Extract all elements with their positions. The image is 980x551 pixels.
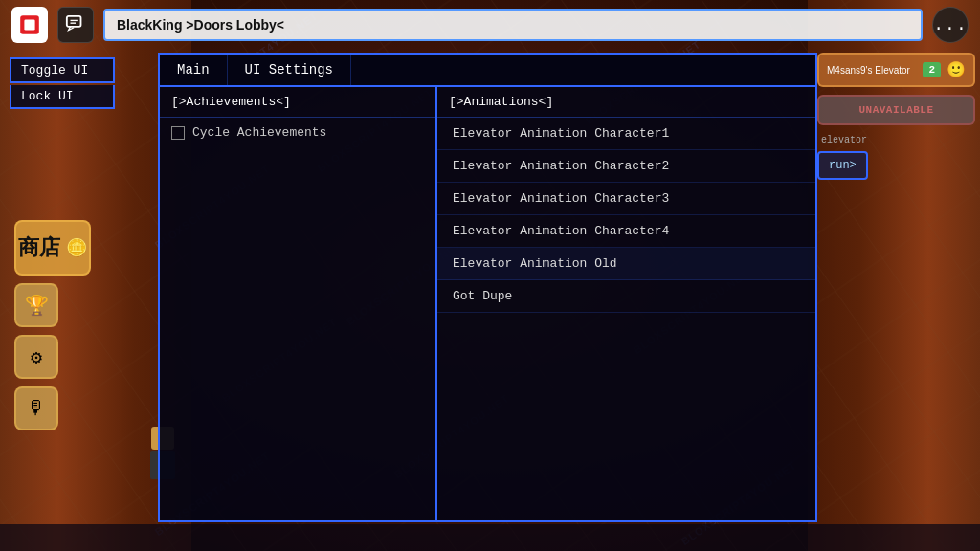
animation-item-char2[interactable]: Elevator Animation Character2 — [437, 150, 815, 183]
animation-item-old[interactable]: Elevator Animation Old — [437, 248, 815, 280]
elevator-card-title: M4sans9's Elevator — [827, 65, 917, 76]
tab-ui-settings[interactable]: UI Settings — [228, 55, 351, 85]
left-controls-panel: Toggle UI Lock UI — [10, 57, 115, 109]
more-options-button[interactable]: ... — [932, 7, 969, 43]
shop-label: 商店 — [18, 233, 60, 262]
elevator-person-icon: 🙂 — [947, 60, 966, 79]
trophy-icon: 🏆 — [25, 294, 49, 318]
elevator-count-badge: 2 — [923, 62, 941, 77]
main-ui-panel: Main UI Settings [>Achievements<] Cycle … — [158, 53, 817, 522]
mic-icon: 🎙 — [27, 397, 46, 420]
settings-button[interactable]: ⚙ — [14, 335, 58, 379]
bottom-bar — [0, 524, 980, 551]
top-bar: BlackKing >Doors Lobby< ... — [0, 0, 980, 50]
unavailable-text: UNAVAILABLE — [829, 104, 964, 116]
cycle-achievements-row[interactable]: Cycle Achievements — [160, 118, 435, 147]
tab-main[interactable]: Main — [160, 55, 228, 87]
right-panel: M4sans9's Elevator 2 🙂 UNAVAILABLE eleva… — [817, 53, 975, 186]
run-button[interactable]: run> — [817, 151, 868, 180]
cycle-achievements-label: Cycle Achievements — [192, 125, 326, 140]
achievements-header: [>Achievements<] — [160, 87, 435, 118]
trophy-button[interactable]: 🏆 — [14, 283, 58, 327]
gear-icon: ⚙ — [31, 345, 42, 369]
unavailable-badge: UNAVAILABLE — [817, 95, 975, 125]
animation-item-char4[interactable]: Elevator Animation Character4 — [437, 215, 815, 248]
animation-item-char3[interactable]: Elevator Animation Character3 — [437, 183, 815, 215]
animations-header: [>Animations<] — [437, 87, 815, 118]
elevator-label: elevator — [817, 133, 975, 147]
panel-content: [>Achievements<] Cycle Achievements [>An… — [160, 87, 815, 520]
elevator-card: M4sans9's Elevator 2 🙂 — [817, 53, 975, 87]
roblox-logo-icon — [16, 11, 43, 38]
toggle-ui-button[interactable]: Toggle UI — [10, 57, 115, 83]
cycle-achievements-checkbox[interactable] — [171, 126, 185, 140]
shop-button[interactable]: 商店 🪙 — [14, 220, 91, 276]
left-side-icons: 商店 🪙 🏆 ⚙ 🎙 — [14, 220, 91, 430]
roblox-logo — [11, 7, 48, 43]
chat-icon[interactable] — [57, 7, 94, 43]
mic-button[interactable]: 🎙 — [14, 386, 58, 430]
lock-ui-button[interactable]: Lock UI — [10, 85, 115, 109]
svg-rect-4 — [24, 19, 34, 30]
server-name-text: BlackKing >Doors Lobby< — [117, 17, 284, 33]
animation-item-got-dupe[interactable]: Got Dupe — [437, 280, 815, 313]
animations-column: [>Animations<] Elevator Animation Charac… — [437, 87, 815, 520]
shop-icon-symbol: 🪙 — [66, 237, 87, 258]
achievements-column: [>Achievements<] Cycle Achievements — [160, 87, 437, 520]
server-name-bar: BlackKing >Doors Lobby< — [103, 9, 923, 41]
animation-item-char1[interactable]: Elevator Animation Character1 — [437, 118, 815, 150]
tab-bar: Main UI Settings — [160, 55, 815, 87]
svg-rect-5 — [67, 16, 81, 27]
